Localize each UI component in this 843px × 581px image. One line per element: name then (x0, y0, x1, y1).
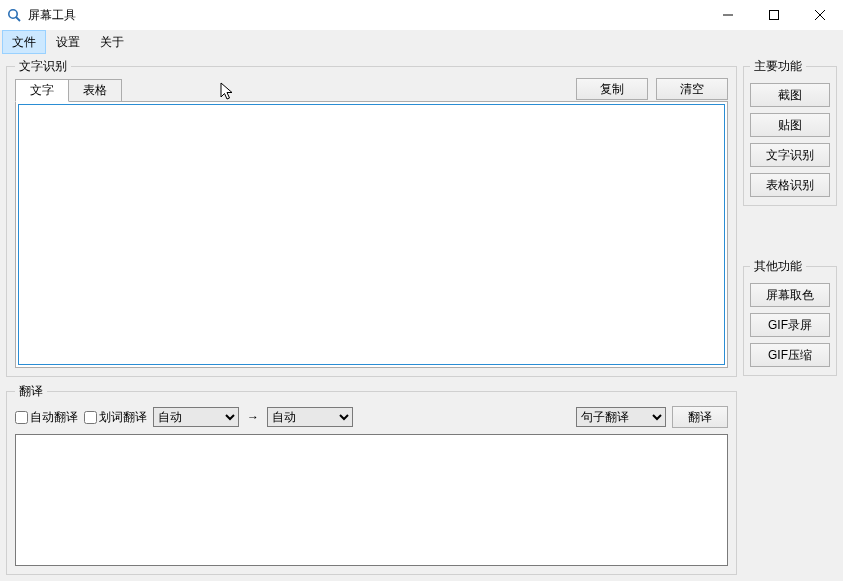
svg-line-1 (16, 17, 20, 21)
menu-bar: 文件 设置 关于 (0, 30, 843, 54)
auto-translate-label: 自动翻译 (30, 409, 78, 426)
auto-translate-checkbox[interactable]: 自动翻译 (15, 409, 78, 426)
gif-compress-button[interactable]: GIF压缩 (750, 343, 830, 367)
window-title: 屏幕工具 (28, 7, 76, 24)
close-button[interactable] (797, 0, 843, 30)
svg-rect-3 (770, 11, 779, 20)
group-ocr: 文字识别 文字 表格 复制 清空 (6, 58, 737, 377)
ocr-text-button[interactable]: 文字识别 (750, 143, 830, 167)
menu-settings[interactable]: 设置 (46, 30, 90, 54)
arrow-icon: → (245, 410, 261, 424)
clear-button[interactable]: 清空 (656, 78, 728, 100)
window-controls (705, 0, 843, 30)
ocr-top-row: 文字 表格 复制 清空 (15, 79, 728, 101)
ocr-table-button[interactable]: 表格识别 (750, 173, 830, 197)
translate-controls-row: 自动翻译 划词翻译 自动 → 自动 句子翻译 翻译 (15, 406, 728, 428)
ocr-textarea[interactable] (18, 104, 725, 365)
screenshot-button[interactable]: 截图 (750, 83, 830, 107)
ocr-textarea-wrap (15, 101, 728, 368)
translate-button[interactable]: 翻译 (672, 406, 728, 428)
minimize-button[interactable] (705, 0, 751, 30)
group-translate-legend: 翻译 (15, 383, 47, 400)
right-column: 主要功能 截图 贴图 文字识别 表格识别 其他功能 屏幕取色 GIF录屏 GIF… (743, 58, 837, 575)
group-ocr-legend: 文字识别 (15, 58, 71, 75)
translate-mode-select[interactable]: 句子翻译 (576, 407, 666, 427)
paste-image-button[interactable]: 贴图 (750, 113, 830, 137)
menu-about[interactable]: 关于 (90, 30, 134, 54)
menu-file[interactable]: 文件 (2, 30, 46, 54)
word-translate-checkbox[interactable]: 划词翻译 (84, 409, 147, 426)
group-translate: 翻译 自动翻译 划词翻译 自动 → 自动 句子 (6, 383, 737, 575)
copy-button[interactable]: 复制 (576, 78, 648, 100)
translate-textarea[interactable] (15, 434, 728, 566)
word-translate-input[interactable] (84, 411, 97, 424)
color-picker-button[interactable]: 屏幕取色 (750, 283, 830, 307)
other-functions-legend: 其他功能 (750, 258, 806, 275)
gif-record-button[interactable]: GIF录屏 (750, 313, 830, 337)
ocr-tabs: 文字 表格 (15, 78, 121, 101)
left-column: 文字识别 文字 表格 复制 清空 翻译 自动翻译 (6, 58, 737, 575)
svg-point-0 (9, 10, 17, 18)
main-functions-legend: 主要功能 (750, 58, 806, 75)
lang-to-select[interactable]: 自动 (267, 407, 353, 427)
group-other-functions: 其他功能 屏幕取色 GIF录屏 GIF压缩 (743, 258, 837, 376)
tab-table[interactable]: 表格 (68, 79, 122, 102)
word-translate-label: 划词翻译 (99, 409, 147, 426)
auto-translate-input[interactable] (15, 411, 28, 424)
app-icon (6, 7, 22, 23)
title-bar: 屏幕工具 (0, 0, 843, 30)
client-area: 文字识别 文字 表格 复制 清空 翻译 自动翻译 (0, 54, 843, 581)
ocr-action-buttons: 复制 清空 (576, 78, 728, 101)
tab-text[interactable]: 文字 (15, 79, 69, 102)
maximize-button[interactable] (751, 0, 797, 30)
lang-from-select[interactable]: 自动 (153, 407, 239, 427)
group-main-functions: 主要功能 截图 贴图 文字识别 表格识别 (743, 58, 837, 206)
